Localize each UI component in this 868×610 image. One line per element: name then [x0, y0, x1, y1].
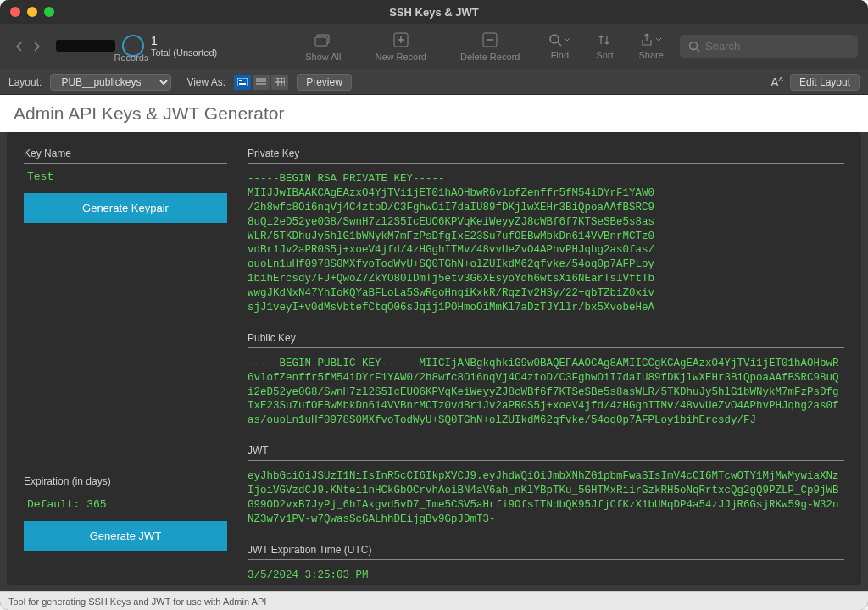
share-label: Share: [639, 50, 664, 60]
public-key-value[interactable]: -----BEGIN PUBLIC KEY----- MIICIjANBgkqh…: [248, 353, 844, 431]
chevron-right-icon: [33, 41, 42, 53]
layout-label: Layout:: [8, 76, 42, 88]
search-input[interactable]: [705, 40, 849, 53]
status-text: Tool for generating SSH Keys and JWT for…: [8, 596, 266, 607]
expiration-label: Expiration (in days): [24, 475, 227, 491]
view-table-button[interactable]: [271, 75, 288, 90]
layout-bar-right: AA Edit Layout: [771, 74, 860, 91]
left-column: Key Name Test Generate Keypair Expiratio…: [24, 147, 227, 569]
toolbar: 1 Total (Unsorted) Records Show All New …: [0, 24, 868, 69]
nav-forward-button[interactable]: [29, 35, 46, 58]
key-name-field[interactable]: Test: [24, 169, 227, 193]
expiration-field[interactable]: Default: 365: [24, 496, 227, 521]
show-all-label: Show All: [305, 52, 341, 62]
page-header: Admin API Keys & JWT Generator: [0, 95, 868, 132]
sort-label: Sort: [596, 50, 613, 60]
layout-select[interactable]: PUB__publickeys: [50, 74, 171, 91]
svg-rect-6: [237, 78, 248, 86]
records-label: Records: [76, 53, 186, 63]
titlebar: SSH Keys & JWT: [0, 0, 868, 24]
close-window-button[interactable]: [10, 7, 20, 17]
jwt-value[interactable]: eyJhbGciOiJSUzI1NiIsInR5cCI6IkpXVCJ9.eyJ…: [248, 466, 844, 530]
zoom-window-button[interactable]: [44, 7, 54, 17]
app-window: SSH Keys & JWT 1 Total (Unsorted) Record…: [0, 0, 868, 610]
share-icon: [640, 33, 654, 47]
generate-keypair-button[interactable]: Generate Keypair: [24, 193, 227, 223]
svg-rect-1: [315, 37, 327, 46]
search-icon: [688, 41, 700, 53]
share-button[interactable]: Share: [639, 33, 664, 60]
sort-button[interactable]: Sort: [596, 33, 613, 60]
window-title: SSH Keys & JWT: [389, 6, 478, 19]
content-area: Key Name Test Generate Keypair Expiratio…: [7, 132, 861, 585]
toolbar-right: Find Sort Share: [548, 33, 664, 60]
delete-record-button[interactable]: Delete Record: [460, 31, 520, 62]
record-count: 1: [151, 34, 217, 48]
minimize-window-button[interactable]: [27, 7, 37, 17]
jwt-expiration-value: 3/5/2024 3:25:03 PM: [248, 565, 844, 585]
layout-bar: Layout: PUB__publickeys View As: Preview…: [0, 69, 868, 95]
right-column: Private Key -----BEGIN RSA PRIVATE KEY--…: [248, 147, 844, 569]
jwt-label: JWT: [248, 445, 844, 461]
nav-arrows: [10, 35, 46, 58]
jwt-expiration-label: JWT Expiration Time (UTC): [248, 544, 844, 560]
preview-button[interactable]: Preview: [297, 74, 352, 91]
view-mode-group: [234, 75, 288, 90]
public-key-label: Public Key: [248, 332, 844, 348]
record-slider[interactable]: [56, 40, 115, 52]
svg-rect-7: [239, 80, 242, 81]
svg-point-4: [550, 35, 559, 43]
find-button[interactable]: Find: [548, 33, 570, 60]
page-title: Admin API Keys & JWT Generator: [14, 103, 854, 124]
search-box[interactable]: [680, 35, 858, 58]
chevron-down-icon: [655, 36, 662, 43]
delete-record-label: Delete Record: [460, 52, 520, 62]
view-as-label: View As:: [186, 76, 225, 88]
magnifier-icon: [548, 33, 562, 47]
view-list-button[interactable]: [253, 75, 270, 90]
show-all-button[interactable]: Show All: [305, 31, 341, 62]
svg-point-5: [690, 42, 698, 49]
chevron-left-icon: [14, 41, 23, 53]
text-format-button[interactable]: AA: [771, 75, 783, 89]
new-record-label: New Record: [375, 52, 426, 62]
private-key-label: Private Key: [248, 147, 844, 164]
key-name-label: Key Name: [24, 147, 227, 164]
edit-layout-button[interactable]: Edit Layout: [790, 74, 860, 91]
traffic-lights: [0, 7, 54, 17]
find-label: Find: [551, 50, 569, 60]
sort-icon: [598, 33, 611, 47]
nav-back-button[interactable]: [10, 35, 27, 58]
chevron-down-icon: [564, 36, 570, 43]
minus-square-icon: [481, 31, 499, 48]
toolbar-center: Show All New Record Delete Record: [305, 31, 520, 62]
stack-icon: [314, 31, 332, 48]
generate-jwt-button[interactable]: Generate JWT: [24, 521, 227, 551]
status-bar: Tool for generating SSH Keys and JWT for…: [0, 591, 868, 610]
new-record-button[interactable]: New Record: [375, 31, 426, 62]
view-form-button[interactable]: [234, 75, 251, 90]
private-key-value[interactable]: -----BEGIN RSA PRIVATE KEY----- MIIJJwIB…: [248, 169, 844, 319]
svg-rect-8: [239, 83, 246, 85]
plus-square-icon: [392, 31, 410, 48]
